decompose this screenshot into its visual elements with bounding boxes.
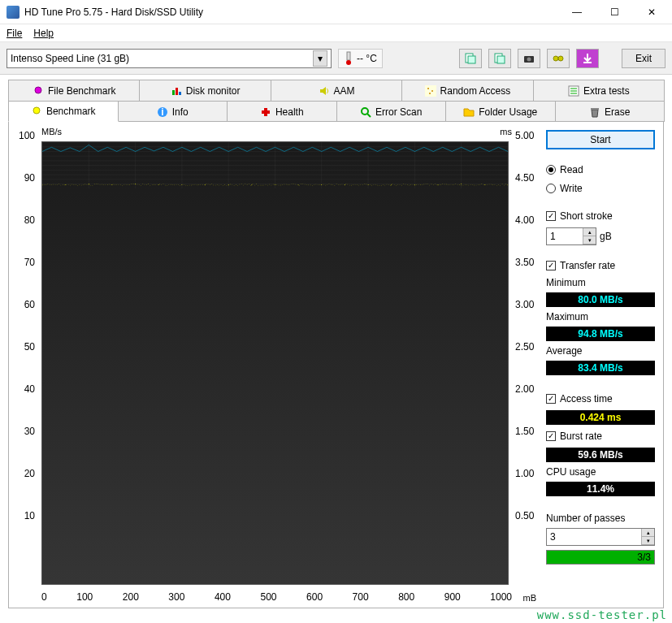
svg-point-276 [422, 184, 423, 185]
copy-info-button[interactable] [459, 49, 482, 68]
svg-point-279 [427, 184, 428, 184]
svg-rect-15 [425, 85, 436, 97]
svg-point-62 [298, 184, 299, 185]
write-radio[interactable]: Write [546, 181, 655, 196]
svg-point-198 [276, 184, 277, 185]
tab-error-scan[interactable]: Error Scan [336, 101, 447, 122]
svg-point-207 [293, 184, 294, 184]
svg-point-165 [215, 185, 216, 186]
svg-point-186 [254, 185, 255, 186]
svg-point-215 [308, 185, 309, 186]
svg-point-69 [461, 184, 462, 184]
svg-point-289 [446, 184, 447, 185]
check-icon [546, 394, 556, 404]
short-stroke-input[interactable]: 1▴▾ [546, 227, 596, 245]
options-button[interactable] [547, 49, 570, 68]
tab-folder-usage[interactable]: Folder Usage [445, 101, 556, 122]
tab-health[interactable]: Health [227, 101, 337, 122]
svg-point-104 [102, 184, 102, 185]
svg-point-243 [361, 184, 362, 185]
tabs-row-upper: File Benchmark Disk monitor AAM Random A… [8, 80, 664, 101]
svg-point-73 [44, 184, 45, 185]
save-button[interactable] [576, 49, 599, 68]
tab-extra-tests[interactable]: Extra tests [533, 80, 665, 101]
tab-erase[interactable]: Erase [555, 101, 665, 122]
thermometer-icon [344, 51, 353, 66]
bulb-icon [33, 85, 44, 97]
svg-point-229 [335, 185, 336, 186]
svg-point-141 [171, 184, 171, 185]
svg-point-275 [420, 184, 421, 185]
svg-point-316 [496, 185, 497, 186]
svg-point-250 [374, 184, 375, 185]
svg-point-151 [189, 185, 190, 186]
svg-point-182 [247, 184, 248, 185]
copy-screenshot-button[interactable] [488, 49, 511, 68]
maximize-button[interactable]: ☐ [596, 1, 633, 24]
svg-point-138 [165, 185, 166, 186]
minimum-value: 80.0 MB/s [546, 292, 655, 307]
read-radio[interactable]: Read [546, 162, 655, 177]
svg-point-89 [74, 184, 75, 185]
svg-point-294 [456, 184, 457, 184]
svg-point-80 [57, 184, 58, 185]
cross-icon [260, 106, 271, 118]
tab-info[interactable]: iInfo [118, 101, 228, 122]
svg-point-231 [338, 184, 339, 185]
svg-point-176 [236, 184, 236, 185]
tab-file-benchmark[interactable]: File Benchmark [8, 80, 140, 101]
trash-icon [589, 106, 600, 118]
tab-disk-monitor[interactable]: Disk monitor [139, 80, 271, 101]
spinner-buttons[interactable]: ▴▾ [583, 228, 596, 244]
svg-point-23 [33, 107, 40, 114]
short-stroke-check[interactable]: Short stroke [546, 209, 655, 223]
burst-rate-check[interactable]: Burst rate [546, 429, 655, 443]
tab-random-access[interactable]: Random Access [401, 80, 533, 101]
y-left-ticks: 100908070605040302010 [12, 130, 35, 552]
drive-select[interactable]: Intenso Speed Line (31 gB) ▾ [7, 49, 332, 68]
svg-point-181 [245, 184, 246, 184]
svg-point-116 [124, 184, 125, 185]
svg-point-267 [405, 184, 406, 185]
access-time-value: 0.424 ms [546, 410, 655, 425]
svg-point-134 [158, 184, 158, 185]
svg-point-233 [342, 184, 343, 185]
spinner-buttons[interactable]: ▴▾ [641, 529, 654, 545]
svg-point-205 [290, 184, 291, 185]
svg-point-133 [156, 184, 157, 185]
access-time-check[interactable]: Access time [546, 392, 655, 406]
svg-point-199 [279, 185, 280, 186]
tab-aam[interactable]: AAM [271, 80, 402, 101]
menu-file[interactable]: File [7, 28, 22, 39]
svg-point-265 [401, 185, 402, 186]
svg-point-223 [323, 184, 324, 185]
svg-point-226 [329, 184, 330, 184]
minimize-button[interactable]: — [558, 1, 596, 24]
svg-point-208 [295, 184, 296, 185]
svg-point-313 [491, 184, 492, 185]
svg-point-319 [502, 184, 503, 184]
svg-point-224 [325, 185, 326, 186]
svg-point-102 [98, 184, 98, 185]
transfer-rate-check[interactable]: Transfer rate [546, 258, 655, 273]
svg-point-60 [251, 184, 252, 185]
svg-point-301 [469, 185, 470, 186]
exit-button[interactable]: Exit [622, 49, 665, 68]
menu-help[interactable]: Help [33, 28, 54, 39]
svg-point-257 [387, 184, 388, 185]
start-button[interactable]: Start [546, 130, 655, 149]
svg-point-86 [68, 184, 69, 185]
chevron-down-icon[interactable]: ▾ [313, 50, 327, 67]
svg-point-210 [299, 185, 300, 186]
svg-point-156 [198, 184, 199, 185]
svg-rect-14 [179, 92, 181, 95]
svg-point-312 [489, 184, 490, 185]
svg-point-293 [453, 184, 454, 185]
svg-point-114 [120, 184, 121, 185]
close-button[interactable]: ✕ [633, 1, 670, 24]
svg-point-315 [495, 184, 496, 185]
save-screenshot-button[interactable] [518, 49, 540, 68]
passes-input[interactable]: 3▴▾ [546, 528, 655, 546]
tab-benchmark[interactable]: Benchmark [8, 101, 119, 122]
svg-point-143 [174, 185, 175, 186]
